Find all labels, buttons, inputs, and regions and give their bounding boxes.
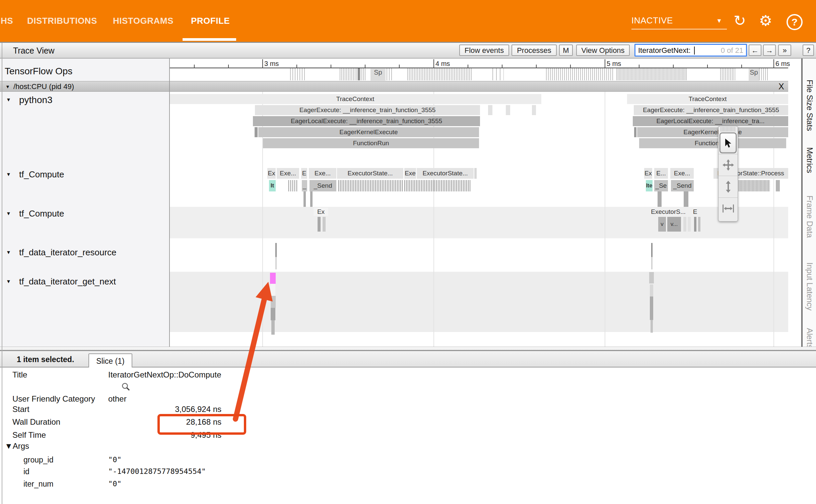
sidebar-tab-alerts[interactable]: Alerts xyxy=(805,328,814,347)
track-label-tf-Compute[interactable]: tf_Compute xyxy=(19,208,64,219)
track-label-tf-Compute[interactable]: tf_Compute xyxy=(19,169,64,180)
trace-event[interactable] xyxy=(271,284,275,296)
trace-event-eagerlocalexecute-inference-train-function-3555[interactable]: EagerLocalExecute: __inference_train_fun… xyxy=(253,116,480,126)
trace-event[interactable] xyxy=(684,191,688,207)
zoom-tool-button[interactable] xyxy=(719,176,738,198)
collapse-triangle-icon[interactable]: ▼ xyxy=(6,249,11,255)
trace-event-executorstate-[interactable]: ExecutorState... xyxy=(417,168,474,179)
button-more[interactable]: » xyxy=(778,45,791,56)
trace-event[interactable] xyxy=(255,127,258,137)
magnifier-icon[interactable] xyxy=(121,382,131,392)
tab-histograms[interactable]: HISTOGRAMS xyxy=(113,16,174,26)
refresh-icon[interactable]: ↻ xyxy=(734,12,746,29)
collapse-triangle-icon[interactable]: ▼ xyxy=(6,171,11,177)
collapse-triangle-icon[interactable]: ▼ xyxy=(6,211,11,216)
trace-event[interactable] xyxy=(650,297,653,320)
trace-event--se[interactable]: _Se xyxy=(654,180,668,191)
button-flow-events[interactable]: Flow events xyxy=(459,45,509,56)
trace-event[interactable] xyxy=(650,284,653,297)
trace-event-eagerlocalexecute-inference-tra-[interactable]: EagerLocalExecute: __inference_tra... xyxy=(633,116,788,126)
trace-event[interactable] xyxy=(658,191,662,207)
trace-event[interactable] xyxy=(303,191,306,207)
sp-event-box[interactable]: Sp xyxy=(370,69,386,81)
trace-event-ex[interactable]: Ex xyxy=(644,168,652,179)
search-box[interactable]: IteratorGetNext: 0 of 21 xyxy=(634,44,747,57)
sp-event-box[interactable]: Sp xyxy=(749,69,759,81)
trace-event-e[interactable]: E xyxy=(689,208,701,216)
trace-event-ex[interactable]: Ex xyxy=(314,208,328,216)
button-prev-result[interactable]: ← xyxy=(749,45,761,56)
button-m[interactable]: M xyxy=(559,45,573,56)
trace-event-eagerkernelexecute[interactable]: EagerKernelExecute xyxy=(637,127,788,137)
trace-event[interactable] xyxy=(651,243,653,257)
trace-event-it[interactable]: It xyxy=(269,180,276,191)
run-selector[interactable]: INACTIVE xyxy=(631,15,673,26)
sidebar-tab-frame-data[interactable]: Frame Data xyxy=(805,195,814,253)
trace-event[interactable] xyxy=(698,217,700,232)
tab-hs[interactable]: HS xyxy=(1,16,13,26)
trace-event--[interactable]: _ xyxy=(302,180,307,191)
pan-tool-button[interactable] xyxy=(719,154,738,176)
trace-event-e[interactable]: E xyxy=(301,168,307,179)
trace-event-eagerexecute-inference-train-function-3555[interactable]: EagerExecute: __inference_train_function… xyxy=(634,105,788,115)
selection-tool-button[interactable] xyxy=(719,133,738,154)
trace-event[interactable] xyxy=(323,217,326,232)
sidebar-tab-metrics[interactable]: Metrics xyxy=(805,147,814,185)
trace-event[interactable] xyxy=(275,257,277,269)
trace-event-eagerkernelexecute[interactable]: EagerKernelExecute xyxy=(258,127,479,137)
close-icon[interactable]: X xyxy=(778,82,784,91)
trace-event-v-[interactable]: v... xyxy=(667,217,681,232)
trace-event[interactable] xyxy=(271,296,276,308)
search-input[interactable]: IteratorGetNext: xyxy=(638,46,691,55)
trace-event-e-[interactable]: E... xyxy=(654,168,668,179)
tab-distributions[interactable]: DISTRIBUTIONS xyxy=(27,16,97,26)
track-label-tf-data-iterator-get-next[interactable]: tf_data_iterator_get_next xyxy=(19,276,116,287)
trace-event[interactable] xyxy=(310,191,313,207)
trace-event[interactable] xyxy=(651,320,653,333)
trace-event-v[interactable]: v xyxy=(658,217,666,232)
trace-event-ite[interactable]: Ite xyxy=(646,180,653,191)
selected-slice[interactable] xyxy=(270,273,276,284)
help-icon[interactable]: ? xyxy=(787,14,803,30)
trace-event[interactable] xyxy=(271,308,275,320)
chevron-down-icon[interactable]: ▼ xyxy=(716,17,722,24)
trace-event-ex[interactable]: Ex xyxy=(267,168,276,179)
tool-palette[interactable] xyxy=(718,126,738,222)
collapse-triangle-icon[interactable]: ▼ xyxy=(5,84,10,89)
gear-icon[interactable]: ⚙ xyxy=(759,12,772,29)
collapse-triangle-icon[interactable]: ▼ xyxy=(6,278,11,284)
trace-event-executorstate-[interactable]: ExecutorState... xyxy=(337,168,403,179)
button-view-options[interactable]: View Options xyxy=(576,45,630,56)
trace-event-eagerexecute-inference-train-function-3555[interactable]: EagerExecute: __inference_train_function… xyxy=(255,105,480,115)
trace-event[interactable] xyxy=(634,127,636,137)
trace-event[interactable] xyxy=(271,320,275,335)
trace-event--send[interactable]: _Send xyxy=(671,180,694,191)
trace-event[interactable] xyxy=(651,257,653,269)
tab-slice[interactable]: Slice (1) xyxy=(88,353,132,367)
button-help[interactable]: ? xyxy=(803,45,814,56)
collapse-triangle-icon[interactable]: ▼ xyxy=(6,97,11,102)
trace-event-executors-[interactable]: ExecutorS... xyxy=(645,208,692,216)
panel-divider[interactable] xyxy=(0,347,816,351)
trace-event-functionrun[interactable]: FunctionRun xyxy=(263,138,479,148)
trace-event[interactable] xyxy=(506,105,510,115)
sidebar-tab-file-size-stats[interactable]: File Size Stats xyxy=(805,80,814,140)
trace-event[interactable] xyxy=(275,243,277,257)
trace-event[interactable] xyxy=(474,168,477,179)
trace-event-exe[interactable]: Exe xyxy=(404,168,416,179)
trace-event[interactable] xyxy=(683,217,686,232)
trace-event[interactable] xyxy=(532,105,536,115)
timing-tool-button[interactable] xyxy=(719,198,738,219)
trace-event-exe-[interactable]: Exe... xyxy=(309,168,336,179)
track-label-tf-data-iterator-resource[interactable]: tf_data_iterator_resource xyxy=(19,247,117,258)
palette-drag-handle[interactable] xyxy=(721,127,736,132)
button-next-result[interactable]: → xyxy=(763,45,776,56)
trace-event-functionrun[interactable]: FunctionRun xyxy=(639,138,786,148)
trace-event[interactable] xyxy=(688,217,691,232)
trace-event-exe-[interactable]: Exe... xyxy=(277,168,299,179)
trace-event-exe-[interactable]: Exe... xyxy=(670,168,694,179)
sidebar-tab-input-latency[interactable]: Input Latency xyxy=(805,262,814,323)
trace-event[interactable] xyxy=(694,217,696,232)
button-processes[interactable]: Processes xyxy=(512,45,557,56)
trace-event[interactable] xyxy=(649,272,654,283)
